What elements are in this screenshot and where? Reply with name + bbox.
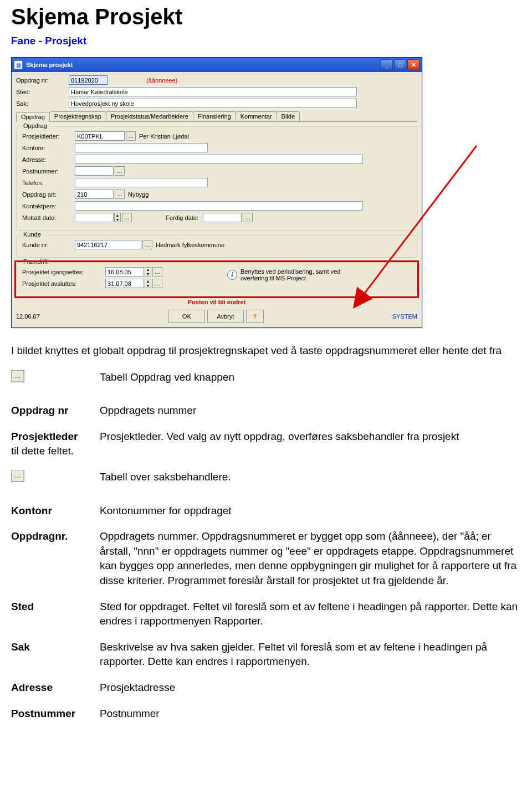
oppdrag-nr-input[interactable] [69, 75, 108, 85]
label-oppdrag-art: Oppdrag art: [22, 191, 75, 198]
mottatt-dato-input[interactable] [75, 213, 114, 222]
telefon-input[interactable] [75, 178, 208, 187]
kundenr-lookup[interactable]: … [142, 240, 152, 249]
page-title: Skjema Prosjekt [11, 4, 521, 29]
legend-oppdrag: Oppdrag [21, 122, 49, 129]
term-oppdragnr: Oppdragnr. [11, 527, 100, 597]
def-oppdragnr: Oppdragets nummer. Oppdragsnummeret er b… [100, 527, 521, 597]
ferdig-dato-input[interactable] [203, 213, 242, 222]
def-sted: Sted for oppdraget. Feltet vil foreslå s… [100, 597, 521, 638]
kundenr-name: Hedmark fylkeskommune [156, 242, 224, 248]
prosjektleder-lookup[interactable]: … [126, 131, 136, 141]
kontaktpers-input[interactable] [75, 201, 363, 211]
titlebar[interactable]: ▦ Skjema prosjekt _ □ ✕ [12, 58, 422, 72]
tab-finansiering[interactable]: Finansiering [193, 111, 236, 121]
kontonr-input[interactable] [75, 143, 208, 152]
def-adresse: Prosjektadresse [100, 678, 521, 704]
sted-input[interactable] [69, 87, 357, 96]
label-mottatt-dato: Mottatt dato: [22, 214, 75, 221]
tab-kommentar[interactable]: Kommentar [236, 111, 277, 121]
maximize-button[interactable]: □ [394, 59, 406, 70]
lookup-icon: … [11, 370, 24, 382]
status-message: Posten vil bli endret [16, 299, 417, 305]
def-oppdrag-nr: Oppdragets nummer [100, 401, 521, 427]
term-oppdrag-nr: Oppdrag nr [11, 401, 100, 427]
term-kontonr: Kontonr [11, 501, 100, 528]
adresse-input[interactable] [75, 155, 363, 164]
def-postnummer: Postnummer [100, 704, 521, 730]
ferdig-dato-lookup[interactable]: … [243, 213, 253, 222]
def-sak: Beskrivelse av hva saken gjelder. Feltet… [100, 638, 521, 678]
label-kontaktpers: Kontaktpers: [22, 203, 75, 209]
oppdrag-nr-hint: (åånnneee) [146, 77, 177, 84]
lookup-icon: … [11, 470, 24, 482]
window-skjema-prosjekt: ▦ Skjema prosjekt _ □ ✕ Oppdrag nr: (åån… [11, 57, 422, 328]
label-oppdrag-nr: Oppdrag nr: [16, 77, 69, 84]
legend-kunde: Kunde [21, 231, 43, 238]
term-postnummer: Postnummer [11, 704, 100, 730]
term-sted: Sted [11, 597, 100, 638]
definition-table: … Tabell Oppdrag ved knappen Oppdrag nr … [11, 368, 521, 730]
term-prosjektleder: Prosjektleder til dette feltet. [11, 427, 100, 468]
term-adresse: Adresse [11, 678, 100, 704]
mottatt-dato-spinner[interactable]: ▲▼ [114, 213, 121, 222]
sak-input[interactable] [69, 99, 357, 108]
intro-text: I bildet knyttes et globalt oppdrag til … [11, 344, 521, 358]
label-sak: Sak: [16, 100, 69, 107]
def-prosjektleder: Prosjektleder. Ved valg av nytt oppdrag,… [100, 427, 521, 468]
label-telefon: Telefon: [22, 180, 75, 186]
tab-prosjektregnskap[interactable]: Prosjektregnskap [49, 111, 106, 121]
oppdrag-art-input[interactable] [75, 190, 114, 199]
minimize-button[interactable]: _ [381, 59, 393, 70]
tab-strip: Oppdrag Prosjektregnskap Prosjektstatus/… [16, 111, 417, 122]
oppdrag-art-lookup[interactable]: … [115, 190, 125, 199]
term-sak: Sak [11, 638, 100, 678]
def-lookup-oppdrag: Tabell Oppdrag ved knappen [100, 368, 521, 402]
footer-date: 12.06.07 [16, 313, 40, 320]
group-kunde: Kunde Kunde nr: … Hedmark fylkeskommune [16, 235, 417, 258]
label-ferdig-dato: Ferdig dato: [154, 214, 198, 221]
oppdrag-art-name: Nybygg [128, 191, 149, 198]
tab-bilde[interactable]: Bilde [277, 111, 300, 121]
tab-oppdrag[interactable]: Oppdrag [16, 112, 50, 122]
tab-name-heading: Fane - Prosjekt [11, 35, 521, 47]
avbryt-button[interactable]: Avbryt [207, 310, 244, 323]
mottatt-dato-lookup[interactable]: … [122, 213, 132, 222]
prosjektleder-input[interactable] [75, 131, 125, 141]
prosjektleder-name: Per Kristian Ljødal [139, 133, 189, 140]
label-adresse: Adresse: [22, 156, 75, 163]
ok-button[interactable]: OK [168, 310, 205, 323]
window-title: Skjema prosjekt [26, 62, 380, 68]
postnr-input[interactable] [75, 166, 114, 176]
window-icon: ▦ [14, 60, 23, 69]
label-kundenr: Kunde nr: [22, 242, 75, 248]
annotation-red-box [14, 260, 419, 298]
label-postnr: Postnummer: [22, 168, 75, 175]
footer-system: SYSTEM [392, 313, 417, 320]
def-kontonr: Kontonummer for oppdraget [100, 501, 521, 528]
group-oppdrag: Oppdrag Prosjektleder: … Per Kristian Lj… [16, 126, 417, 231]
close-button[interactable]: ✕ [407, 59, 420, 70]
def-lookup-saksbehandlere: Tabell over saksbehandlere. [100, 468, 521, 501]
label-kontonr: Kontonr: [22, 145, 75, 151]
kundenr-input[interactable] [75, 240, 141, 249]
label-prosjektleder: Prosjektleder: [22, 133, 75, 140]
tab-prosjektstatus[interactable]: Prosjektstatus/Medarbeidere [106, 111, 193, 121]
help-button[interactable]: ? [246, 310, 264, 323]
postnr-lookup[interactable]: … [115, 166, 125, 176]
label-sted: Sted: [16, 89, 69, 95]
